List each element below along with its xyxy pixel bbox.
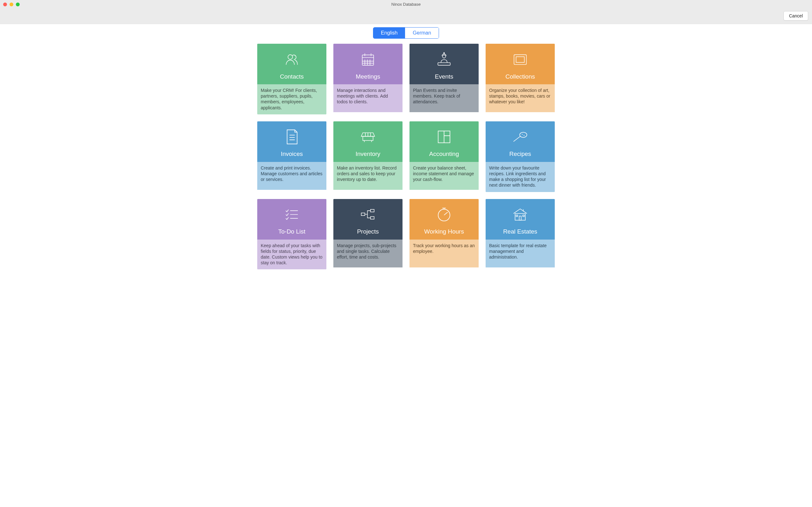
template-grid-wrap: Contacts Make your CRM! For clients, par…	[0, 44, 812, 282]
hierarchy-icon	[360, 206, 376, 224]
card-title: Contacts	[280, 73, 304, 80]
card-header: Real Estates	[486, 199, 555, 239]
spoon-icon	[512, 129, 528, 146]
language-selector: English German	[0, 27, 812, 39]
svg-point-28	[519, 132, 527, 137]
card-description: Make an inventory list. Record orders an…	[334, 162, 403, 190]
template-card-collections[interactable]: Collections Organize your collection of …	[486, 44, 555, 114]
card-title: Accounting	[429, 151, 459, 158]
cancel-button[interactable]: Cancel	[783, 11, 808, 20]
card-description: Keep ahead of your tasks with fields for…	[257, 239, 326, 270]
svg-line-38	[444, 212, 448, 215]
card-header: To-Do List	[257, 199, 326, 239]
svg-rect-34	[361, 213, 365, 216]
card-description: Plan Events and invite members. Keep tra…	[409, 84, 478, 112]
titlebar: Ninox Database Cancel	[0, 0, 812, 24]
svg-rect-44	[523, 215, 524, 217]
language-segmented-control: English German	[373, 27, 439, 39]
invoice-icon	[284, 129, 300, 146]
template-card-events[interactable]: Events Plan Events and invite members. K…	[409, 44, 478, 114]
card-header: Projects	[334, 199, 403, 239]
template-grid: Contacts Make your CRM! For clients, par…	[257, 44, 555, 269]
svg-rect-15	[516, 57, 524, 62]
template-card-meetings[interactable]: Meetings Manage interactions and meeting…	[334, 44, 403, 114]
svg-rect-43	[516, 215, 518, 217]
card-description: Make your CRM! For clients, partners, su…	[257, 84, 326, 114]
card-title: Recipes	[509, 151, 531, 158]
template-card-real-estates[interactable]: Real Estates Basic template for real est…	[486, 199, 555, 270]
app-title: Ninox Database	[392, 2, 421, 7]
card-title: To-Do List	[278, 228, 305, 235]
card-header: Recipes	[486, 121, 555, 162]
card-header: Inventory	[334, 121, 403, 162]
shelf-icon	[360, 129, 376, 146]
svg-point-0	[288, 55, 293, 59]
svg-point-30	[524, 135, 524, 135]
card-description: Basic template for real estate managemen…	[486, 239, 555, 268]
template-card-accounting[interactable]: Accounting Create your balance sheet, in…	[409, 121, 478, 192]
svg-point-37	[438, 209, 450, 221]
checklist-icon	[284, 206, 300, 224]
card-description: Create and print invoices. Manage custom…	[257, 162, 326, 190]
card-description: Write down your favourite recipes. Link …	[486, 162, 555, 192]
language-option-english[interactable]: English	[373, 27, 405, 38]
svg-rect-35	[370, 210, 374, 212]
card-title: Collections	[506, 73, 535, 80]
card-header: Collections	[486, 44, 555, 84]
template-card-inventory[interactable]: Inventory Make an inventory list. Record…	[334, 121, 403, 192]
dj-icon	[436, 51, 452, 69]
quadrant-icon	[436, 129, 452, 146]
template-card-recipes[interactable]: Recipes Write down your favourite recipe…	[486, 121, 555, 192]
card-description: Manage projects, sub-projects and single…	[334, 239, 403, 268]
maximize-window-button[interactable]	[16, 3, 20, 6]
svg-point-10	[443, 55, 446, 58]
frame-icon	[512, 51, 528, 69]
card-description: Manage interactions and meetings with cl…	[334, 84, 403, 112]
card-header: Meetings	[334, 44, 403, 84]
card-title: Working Hours	[424, 228, 464, 235]
svg-rect-42	[519, 216, 521, 220]
svg-rect-36	[370, 217, 374, 219]
stopwatch-icon	[436, 206, 452, 224]
house-icon	[512, 206, 528, 224]
card-title: Meetings	[356, 73, 380, 80]
svg-rect-1	[362, 55, 374, 65]
template-card-working-hours[interactable]: Working Hours Track your working hours a…	[409, 199, 478, 270]
card-title: Projects	[357, 228, 379, 235]
window-controls	[3, 3, 20, 6]
minimize-window-button[interactable]	[9, 3, 13, 6]
card-header: Accounting	[409, 121, 478, 162]
template-card-invoices[interactable]: Invoices Create and print invoices. Mana…	[257, 121, 326, 192]
card-header: Invoices	[257, 121, 326, 162]
card-title: Real Estates	[503, 228, 537, 235]
card-header: Working Hours	[409, 199, 478, 239]
people-icon	[284, 51, 300, 69]
template-card-todo[interactable]: To-Do List Keep ahead of your tasks with…	[257, 199, 326, 270]
card-header: Contacts	[257, 44, 326, 84]
template-card-projects[interactable]: Projects Manage projects, sub-projects a…	[334, 199, 403, 270]
card-description: Track your working hours as an employee.	[409, 239, 478, 268]
template-card-contacts[interactable]: Contacts Make your CRM! For clients, par…	[257, 44, 326, 114]
calendar-icon	[360, 51, 376, 69]
svg-point-29	[522, 134, 522, 135]
language-option-german[interactable]: German	[405, 27, 439, 38]
card-description: Create your balance sheet, income statem…	[409, 162, 478, 190]
svg-rect-13	[438, 62, 450, 65]
close-window-button[interactable]	[3, 3, 7, 6]
card-title: Events	[435, 73, 453, 80]
card-title: Inventory	[356, 151, 380, 158]
svg-rect-22	[363, 136, 373, 141]
card-description: Organize your collection of art, stamps,…	[486, 84, 555, 112]
card-header: Events	[409, 44, 478, 84]
card-title: Invoices	[281, 151, 303, 158]
